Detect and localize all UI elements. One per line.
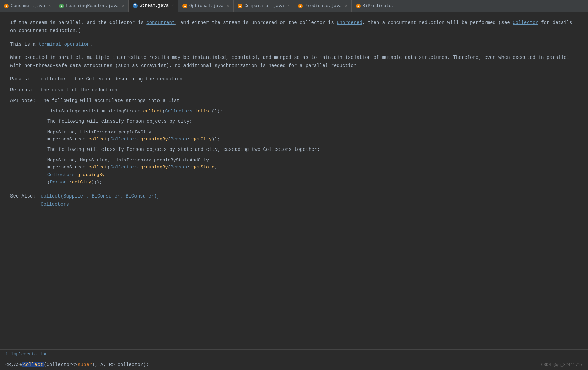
code-line-3c: Collectors.groupingBy: [47, 171, 578, 179]
tab-label-optional: Optional.java: [189, 3, 223, 8]
tab-icon-predicate: I: [298, 4, 303, 8]
code-line-3a: Map<String, Map<String, List<Person>>> p…: [47, 157, 578, 164]
tab-bar: I Consumer.java × L LearningReactor.java…: [0, 0, 588, 12]
tab-close-optional[interactable]: ×: [227, 4, 229, 8]
see-also-content: collect(Supplier, BiConsumer, BiConsumer…: [41, 192, 160, 209]
sig-comma1: ,: [11, 362, 14, 367]
code-line-3d: (Person::getCity)));: [47, 179, 578, 186]
tab-label-stream: Stream.java: [140, 3, 169, 8]
main-content: If the stream is parallel, and the Colle…: [0, 12, 588, 217]
tab-close-learningreactor[interactable]: ×: [122, 4, 124, 8]
tab-learningreactor[interactable]: L LearningReactor.java ×: [55, 0, 129, 12]
api-note-text2-post: objects by city:: [144, 119, 192, 124]
tab-consumer[interactable]: I Consumer.java ×: [0, 0, 55, 12]
tab-close-comparator[interactable]: ×: [287, 4, 290, 8]
tab-icon-stream: I: [133, 3, 138, 8]
link-unordered[interactable]: unordered: [337, 20, 362, 25]
see-also-label: See Also:: [10, 192, 41, 209]
tab-icon-comparator: I: [238, 4, 242, 8]
method-signature: <R, A> R collect(Collector<? super T, A,…: [0, 359, 588, 370]
returns-section: Returns: the result of the reduction: [10, 86, 578, 94]
tab-bipredicate[interactable]: I BiPredicate.: [352, 0, 399, 12]
inline-collectors-ref: Collectors: [263, 147, 292, 152]
tab-close-predicate[interactable]: ×: [345, 4, 347, 8]
code-block-1: List<String> asList = stringStream.colle…: [47, 108, 578, 115]
tab-icon-bipredicate: I: [356, 4, 361, 8]
returns-content: the result of the reduction: [41, 86, 117, 94]
params-content: collector – the Collector describing the…: [41, 75, 182, 84]
api-note-text1: The following will accumulate strings in…: [41, 97, 182, 105]
code-block-2: Map<String, List<Person>> peopleByCity =…: [47, 129, 578, 143]
sig-type-r: R: [8, 362, 11, 367]
link-terminal-operation[interactable]: terminal operation: [39, 42, 90, 47]
sig-close-angle: >: [17, 362, 20, 367]
paragraph-parallel-detail: When executed in parallel, multiple inte…: [10, 54, 578, 70]
api-note-text3-wrapper: The following will classify Person objec…: [47, 146, 578, 154]
bottom-bar: 1 implementation <R, A> R collect(Collec…: [0, 349, 588, 370]
tab-icon-optional: I: [182, 4, 187, 8]
api-note-section: API Note: The following will accumulate …: [10, 97, 578, 189]
tab-stream[interactable]: I Stream.java ×: [129, 0, 178, 12]
code-line-1: List<String> asList = stringStream.colle…: [47, 109, 223, 114]
sig-return-r: R: [20, 362, 22, 367]
tab-close-stream[interactable]: ×: [172, 4, 174, 8]
api-note-label: API Note:: [10, 97, 41, 105]
sig-method-name: collect: [22, 362, 44, 367]
inline-code-collector-type: Collector: [86, 76, 112, 82]
tab-comparator[interactable]: I Comparator.java ×: [234, 0, 294, 12]
code-line-3b: = personStream.collect(Collectors.groupi…: [47, 164, 578, 171]
see-also-link1[interactable]: collect(Supplier, BiConsumer, BiConsumer…: [41, 193, 160, 199]
tab-label-comparator: Comparator.java: [244, 3, 284, 8]
params-section: Params: collector – the Collector descri…: [10, 75, 578, 84]
tab-label-bipredicate: BiPredicate.: [363, 3, 394, 8]
sig-type-a: A: [14, 362, 17, 367]
returns-label: Returns:: [10, 86, 41, 94]
sig-collector-type: Collector: [47, 362, 72, 367]
watermark: CSDN @qq_32441717: [541, 363, 583, 367]
code-line-2a: Map<String, List<Person>> peopleByCity: [47, 129, 578, 136]
tab-predicate[interactable]: I Predicate.java ×: [294, 0, 352, 12]
link-collector-ref[interactable]: Collector: [513, 20, 538, 25]
sig-space3: T, A, R> collector);: [92, 362, 149, 367]
paragraph-terminal: This is a terminal operation.: [10, 41, 578, 49]
api-note-text3-pre: The following will classify: [47, 147, 127, 152]
paragraph-parallel: If the stream is parallel, and the Colle…: [10, 19, 578, 35]
api-note-header: API Note: The following will accumulate …: [10, 97, 578, 105]
tab-label-predicate: Predicate.java: [305, 3, 342, 8]
api-note-text2-wrapper: The following will classify Person objec…: [47, 118, 578, 126]
tab-optional[interactable]: I Optional.java ×: [178, 0, 234, 12]
implementation-count[interactable]: 1 implementation: [0, 350, 588, 359]
sig-paren-open: (: [44, 362, 46, 367]
api-note-text3-mid: objects by state and city, cascading two: [144, 147, 263, 152]
params-label: Params:: [10, 75, 41, 84]
tab-label-learningreactor: LearningReactor.java: [66, 3, 119, 8]
sig-super-keyword: super: [78, 362, 92, 367]
see-also-section: See Also: collect(Supplier, BiConsumer, …: [10, 192, 578, 209]
api-note-text2-pre: The following will classify: [47, 119, 127, 124]
see-also-link2[interactable]: Collectors: [41, 202, 69, 207]
inline-code-arraylist: ArrayList: [141, 63, 166, 68]
inline-person-2: Person: [127, 147, 144, 152]
inline-person-1: Person: [127, 119, 144, 124]
link-concurrent[interactable]: concurrent: [146, 20, 175, 25]
tab-close-consumer[interactable]: ×: [48, 4, 51, 8]
tab-label-consumer: Consumer.java: [11, 3, 45, 8]
inline-code-collector1: Collector: [109, 20, 135, 25]
sig-angle-bracket: <: [5, 362, 8, 367]
tab-icon-consumer: I: [4, 4, 9, 8]
api-note-text3-post: together:: [292, 147, 320, 152]
code-block-3: Map<String, Map<String, List<Person>>> p…: [47, 157, 578, 186]
code-line-2b: = personStream.collect(Collectors.groupi…: [47, 136, 578, 143]
sig-angle2: <?: [72, 362, 78, 367]
tab-icon-learningreactor: L: [59, 4, 64, 8]
inline-code-collector-param: collector: [41, 76, 66, 82]
